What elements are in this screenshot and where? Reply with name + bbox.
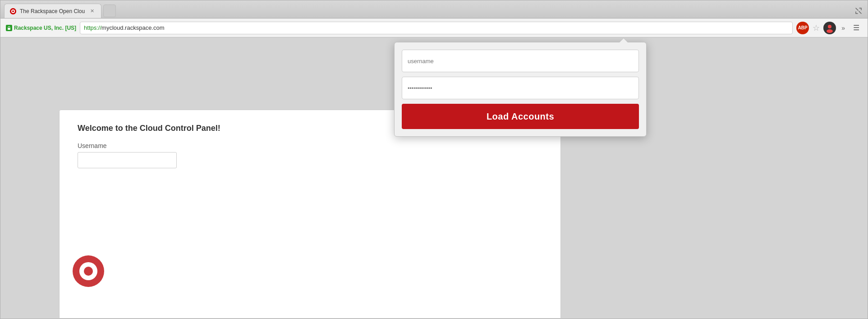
svg-point-1 <box>12 10 14 12</box>
login-popup: Load Accounts <box>394 42 647 137</box>
logo-inner <box>79 262 97 280</box>
bookmark-star-button[interactable]: ☆ <box>813 23 820 33</box>
window-controls <box>853 5 864 18</box>
browser-menu-button[interactable]: ☰ <box>850 23 862 33</box>
security-label: Rackspace US, Inc. [US] <box>14 25 76 31</box>
rackspace-logo <box>73 255 109 291</box>
extensions-button[interactable]: » <box>840 23 847 32</box>
page-content: Welcome to the Cloud Control Panel! User… <box>0 37 868 319</box>
new-tab-button[interactable] <box>103 5 116 17</box>
svg-point-3 <box>828 25 831 28</box>
tab-close-button[interactable]: ✕ <box>88 8 96 15</box>
svg-point-4 <box>827 29 833 33</box>
username-label: Username <box>78 142 542 149</box>
profile-button[interactable] <box>823 22 836 34</box>
tab-favicon <box>10 8 16 14</box>
security-badge: Rackspace US, Inc. [US] <box>6 25 76 31</box>
toolbar-right: ABP ☆ » ☰ <box>796 22 862 34</box>
url-bar[interactable]: https:// mycloud.rackspace.com <box>80 22 793 34</box>
popup-arrow <box>619 38 628 42</box>
load-accounts-button[interactable]: Load Accounts <box>402 104 639 129</box>
active-tab[interactable]: The Rackspace Open Clou ✕ <box>4 4 101 18</box>
svg-rect-2 <box>8 28 10 30</box>
username-input[interactable] <box>78 152 177 168</box>
url-protocol: https:// <box>84 24 101 31</box>
window-expand-button[interactable] <box>853 5 864 16</box>
security-lock-icon <box>6 25 12 31</box>
tab-title: The Rackspace Open Clou <box>20 8 85 14</box>
content-panel: Welcome to the Cloud Control Panel! User… <box>59 110 561 319</box>
popup-password-input[interactable] <box>402 77 639 99</box>
popup-username-input[interactable] <box>402 50 639 72</box>
tab-bar: The Rackspace Open Clou ✕ <box>0 0 868 18</box>
url-domain: mycloud.rackspace.com <box>101 24 164 31</box>
browser-window: The Rackspace Open Clou ✕ Rackspace US, … <box>0 0 868 319</box>
logo-circle <box>73 255 104 287</box>
adblock-plus-button[interactable]: ABP <box>796 22 809 34</box>
address-bar: Rackspace US, Inc. [US] https:// mycloud… <box>0 18 868 37</box>
